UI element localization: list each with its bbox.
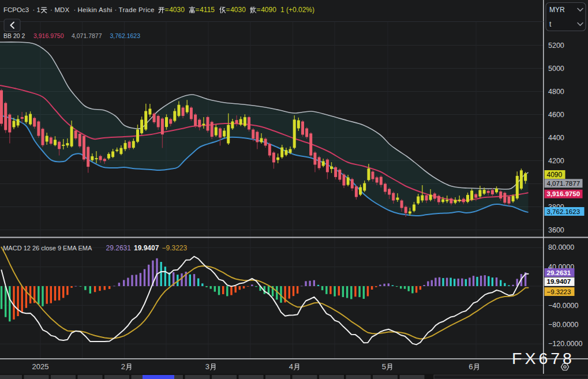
svg-text:=: = [196,6,200,14]
svg-text:−80.0000: −80.0000 [548,321,579,329]
svg-text:4090: 4090 [547,171,563,179]
svg-text:Trade Price: Trade Price [119,6,155,13]
svg-text:·: · [50,6,53,13]
svg-text:FCPOc3: FCPOc3 [3,6,29,13]
svg-text:FX678: FX678 [512,349,575,367]
svg-text:4200: 4200 [548,157,564,165]
svg-text:·: · [74,6,76,13]
svg-text:3: 3 [205,362,209,371]
svg-text:19.9407: 19.9407 [134,244,159,252]
svg-text:3,762.1623: 3,762.1623 [547,208,580,215]
svg-text:−9.3223: −9.3223 [547,288,571,295]
svg-text:4,071.7877: 4,071.7877 [72,32,102,39]
svg-text:=: = [165,6,169,14]
svg-text:19.9407: 19.9407 [547,278,571,285]
svg-text:5: 5 [382,362,386,371]
svg-text:2: 2 [121,362,125,371]
svg-text:80.0000: 80.0000 [548,243,574,252]
svg-text:·: · [115,6,117,13]
svg-text:4,071.7877: 4,071.7877 [547,180,580,187]
svg-text:3,762.1623: 3,762.1623 [110,32,141,39]
svg-text:MYR: MYR [549,6,565,14]
svg-text:−120.0000: −120.0000 [548,340,582,348]
svg-text:3,916.9750: 3,916.9750 [547,190,580,197]
svg-text:=: = [226,6,230,14]
svg-text:−9.3223: −9.3223 [162,244,188,252]
svg-text:4030: 4030 [169,6,185,14]
svg-text:4800: 4800 [548,88,564,96]
svg-text:5200: 5200 [548,42,564,50]
svg-text:MACD 12 26 close 9 EMA EMA: MACD 12 26 close 9 EMA EMA [3,245,92,252]
svg-text:1: 1 [37,6,40,13]
svg-text:4090: 4090 [261,6,276,14]
svg-text:6: 6 [469,362,473,371]
svg-text:1 (+0.02%): 1 (+0.02%) [280,6,314,14]
svg-text:4600: 4600 [548,111,564,119]
svg-text:4030: 4030 [230,6,246,14]
svg-text:=: = [257,6,261,14]
svg-text:−40.0000: −40.0000 [548,302,579,310]
svg-text:4400: 4400 [548,134,564,142]
svg-text:29.2631: 29.2631 [547,269,571,276]
svg-text:2025: 2025 [32,362,49,371]
svg-text:3,916.9750: 3,916.9750 [33,32,64,39]
svg-text:5000: 5000 [548,65,564,73]
svg-text:29.2631: 29.2631 [106,244,132,252]
svg-text:4115: 4115 [200,6,215,14]
svg-text:BB 20 2: BB 20 2 [3,32,25,39]
svg-text:·: · [33,6,35,13]
svg-text:Heikin Ashi: Heikin Ashi [78,6,113,13]
svg-text:MDX: MDX [55,6,70,13]
svg-text:3600: 3600 [548,226,564,234]
svg-text:4: 4 [289,362,293,371]
